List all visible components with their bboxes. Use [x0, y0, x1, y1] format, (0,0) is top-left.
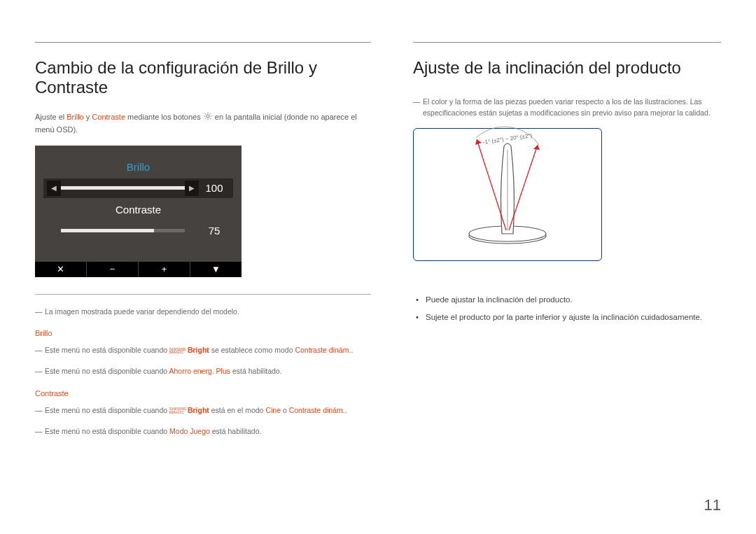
samsung-magic-icon: SAMSUNGMAGIC — [169, 349, 187, 353]
right-title: Ajuste de la inclinación del producto — [413, 58, 721, 78]
osd-contraste-track — [61, 229, 185, 232]
osd-contraste-fill — [61, 229, 154, 232]
osd-arrow-left-icon: ◀ — [47, 181, 61, 196]
osd-minus-icon: − — [87, 262, 139, 277]
contraste-note-1: Este menú no está disponible cuando SAMS… — [35, 405, 371, 416]
bullet-1: Puede ajustar la inclinación del product… — [416, 293, 721, 307]
intro-mid1: y — [84, 113, 92, 121]
left-title: Cambio de la configuración de Brillo y C… — [35, 58, 371, 97]
left-column: Cambio de la configuración de Brillo y C… — [35, 42, 371, 442]
svg-point-0 — [206, 115, 209, 118]
osd-brillo-fill — [61, 186, 185, 190]
right-column: Ajuste de la inclinación del producto El… — [413, 42, 721, 442]
sub-head-brillo: Brillo — [35, 329, 371, 337]
right-spec-note: El color y la forma de las piezas pueden… — [413, 97, 721, 119]
osd-contraste-value: 75 — [199, 225, 230, 237]
top-rule-left — [35, 42, 371, 43]
osd-brillo-track — [61, 186, 185, 190]
thin-rule — [35, 294, 371, 295]
top-rule-right — [413, 42, 721, 43]
brillo-note-1: Este menú no está disponible cuando SAMS… — [35, 345, 371, 356]
svg-line-5 — [205, 113, 206, 114]
tilt-diagram: -1° (±2°) ~ 20° (±2°) — [413, 128, 602, 261]
osd-close-icon: ✕ — [35, 262, 87, 277]
osd-down-icon: ▼ — [190, 262, 241, 277]
samsung-magic-icon: SAMSUNGMAGIC — [169, 408, 187, 413]
intro-highlight-brillo: Brillo — [66, 113, 83, 121]
osd-plus-icon: + — [139, 262, 190, 277]
intro-prefix: Ajuste el — [35, 113, 66, 121]
osd-brillo-label: Brillo — [43, 161, 233, 173]
contraste-note-2: Este menú no está disponible cuando Modo… — [35, 426, 371, 437]
osd-brillo-value: 100 — [199, 182, 230, 194]
bullet-2: Sujete el producto por la parte inferior… — [416, 311, 721, 325]
brillo-note-2: Este menú no está disponible cuando Ahor… — [35, 366, 371, 377]
left-intro: Ajuste el Brillo y Contraste mediante lo… — [35, 111, 371, 136]
osd-contraste-label: Contraste — [43, 204, 233, 216]
osd-button-bar: ✕ − + ▼ — [35, 262, 241, 277]
svg-line-7 — [205, 118, 206, 118]
sub-head-contraste: Contraste — [35, 389, 371, 398]
osd-brillo-row: ◀ ▶ 100 — [43, 178, 233, 198]
intro-mid2: mediante los botones — [125, 113, 203, 121]
intro-highlight-contraste: Contraste — [92, 113, 125, 121]
svg-marker-13 — [533, 145, 540, 150]
osd-contraste-row: 75 — [43, 221, 233, 241]
osd-arrow-right-icon: ▶ — [185, 181, 199, 196]
page-number: 11 — [704, 496, 721, 514]
osd-panel: Brillo ◀ ▶ 100 Contraste 75 — [35, 146, 241, 277]
right-bullets: Puede ajustar la inclinación del product… — [413, 293, 721, 329]
svg-line-6 — [209, 118, 210, 118]
svg-line-8 — [209, 113, 210, 114]
brightness-icon — [204, 112, 212, 124]
footnote-image-vary: La imagen mostrada puede variar dependie… — [35, 307, 371, 318]
